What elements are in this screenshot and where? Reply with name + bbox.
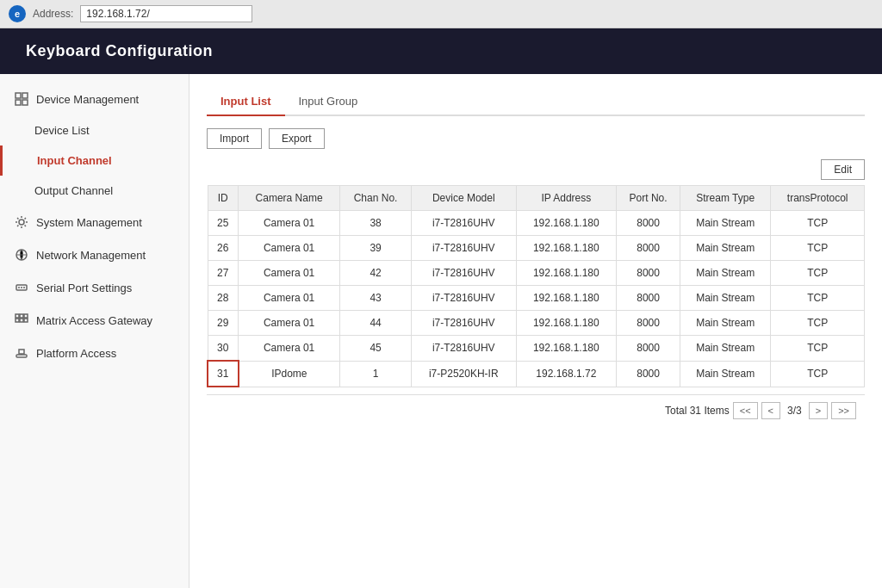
table-row[interactable]: 27Camera 0142i7-T2816UHV192.168.1.180800… (208, 261, 865, 286)
import-button[interactable]: Import (207, 128, 262, 149)
edit-row: Edit (207, 159, 865, 180)
sidebar-item-system-management-label: System Management (36, 216, 142, 229)
cell-ip_address: 192.168.1.72 (516, 361, 617, 387)
cell-camera_name: Camera 01 (239, 336, 340, 362)
cell-id: 28 (208, 286, 239, 311)
col-camera-name: Camera Name (239, 186, 340, 211)
svg-rect-13 (16, 319, 19, 322)
cell-device_model: i7-T2816UHV (411, 286, 516, 311)
app-title: Keyboard Configuration (26, 42, 213, 59)
svg-rect-2 (16, 100, 21, 105)
cell-id: 29 (208, 311, 239, 336)
address-bar[interactable]: 192.168.1.72/ (80, 5, 252, 22)
sidebar-item-output-channel-label: Output Channel (34, 184, 113, 197)
first-page-button[interactable]: << (733, 402, 758, 419)
cell-ip_address: 192.168.1.180 (516, 261, 617, 286)
cell-ip_address: 192.168.1.180 (516, 336, 617, 362)
svg-rect-12 (24, 314, 28, 318)
table-row[interactable]: 25Camera 0138i7-T2816UHV192.168.1.180800… (208, 211, 865, 236)
sidebar-item-system-management[interactable]: System Management (0, 206, 189, 238)
pagination-bar: Total 31 Items << < 3/3 > >> (207, 394, 865, 426)
col-ip-address: IP Address (516, 186, 617, 211)
cell-trans_protocol: TCP (771, 236, 865, 261)
browser-bar: e Address: 192.168.1.72/ (0, 0, 882, 28)
cell-port_no: 8000 (617, 236, 680, 261)
cell-trans_protocol: TCP (771, 361, 865, 387)
svg-rect-15 (24, 319, 28, 322)
globe-icon (14, 247, 29, 263)
cell-id: 31 (208, 361, 239, 387)
cell-device_model: i7-T2816UHV (411, 336, 516, 362)
cell-id: 30 (208, 336, 239, 362)
cell-stream_type: Main Stream (680, 286, 771, 311)
sidebar-item-device-management[interactable]: Device Management (0, 83, 189, 115)
svg-rect-1 (22, 93, 28, 98)
svg-rect-10 (16, 314, 19, 318)
svg-rect-3 (22, 100, 28, 105)
cell-stream_type: Main Stream (680, 236, 771, 261)
current-page: 3/3 (787, 405, 802, 417)
main-layout: Device Management Device List Input Chan… (0, 74, 882, 588)
sidebar-item-output-channel[interactable]: Output Channel (0, 176, 189, 206)
cell-device_model: i7-T2816UHV (411, 236, 516, 261)
app-header: Keyboard Configuration (0, 28, 882, 74)
cell-camera_name: Camera 01 (239, 286, 340, 311)
toolbar: Import Export (207, 128, 865, 149)
total-items: Total 31 Items (665, 405, 730, 417)
sidebar-item-serial-port-settings[interactable]: Serial Port Settings (0, 271, 189, 304)
sidebar-item-input-channel[interactable]: Input Channel (0, 145, 189, 176)
sidebar-item-network-management[interactable]: Network Management (0, 238, 189, 271)
grid-icon (14, 91, 29, 107)
sidebar-item-serial-port-settings-label: Serial Port Settings (36, 282, 132, 294)
col-chan-no: Chan No. (340, 186, 412, 211)
cell-chan_no: 39 (340, 236, 412, 261)
tab-input-list[interactable]: Input List (207, 88, 285, 116)
cell-trans_protocol: TCP (771, 311, 865, 336)
cell-trans_protocol: TCP (771, 261, 865, 286)
last-page-button[interactable]: >> (831, 402, 856, 419)
svg-rect-0 (16, 93, 21, 98)
cell-ip_address: 192.168.1.180 (516, 211, 617, 236)
col-device-model: Device Model (411, 186, 516, 211)
next-page-button[interactable]: > (809, 402, 828, 419)
table-row[interactable]: 30Camera 0145i7-T2816UHV192.168.1.180800… (208, 336, 865, 362)
table-row[interactable]: 31IPdome1i7-P2520KH-IR192.168.1.728000Ma… (208, 361, 865, 387)
cell-ip_address: 192.168.1.180 (516, 236, 617, 261)
cell-trans_protocol: TCP (771, 336, 865, 362)
cell-camera_name: IPdome (239, 361, 340, 387)
cell-chan_no: 42 (340, 261, 412, 286)
tab-input-group[interactable]: Input Group (285, 88, 372, 116)
sidebar-item-matrix-access-gateway[interactable]: Matrix Access Gateway (0, 304, 189, 337)
edit-button[interactable]: Edit (821, 159, 865, 180)
gear-icon (14, 214, 29, 230)
browser-icon: e (9, 5, 26, 22)
input-channel-table: ID Camera Name Chan No. Device Model IP … (207, 185, 865, 387)
svg-rect-16 (16, 355, 27, 357)
sidebar-item-network-management-label: Network Management (36, 249, 146, 262)
export-button[interactable]: Export (269, 128, 325, 149)
cell-camera_name: Camera 01 (239, 236, 340, 261)
sidebar-item-device-list[interactable]: Device List (0, 115, 189, 145)
cell-stream_type: Main Stream (680, 211, 771, 236)
sidebar: Device Management Device List Input Chan… (0, 74, 189, 588)
cell-ip_address: 192.168.1.180 (516, 286, 617, 311)
table-row[interactable]: 28Camera 0143i7-T2816UHV192.168.1.180800… (208, 286, 865, 311)
cell-port_no: 8000 (617, 336, 680, 362)
cell-device_model: i7-T2816UHV (411, 261, 516, 286)
cell-stream_type: Main Stream (680, 311, 771, 336)
prev-page-button[interactable]: < (761, 402, 780, 419)
sidebar-item-platform-access[interactable]: Platform Access (0, 337, 189, 369)
sidebar-item-device-list-label: Device List (34, 124, 90, 137)
matrix-icon (14, 313, 29, 328)
cell-chan_no: 1 (340, 361, 412, 387)
cell-port_no: 8000 (617, 361, 680, 387)
tab-bar: Input List Input Group (207, 88, 865, 116)
cell-stream_type: Main Stream (680, 361, 771, 387)
sidebar-item-device-management-label: Device Management (36, 93, 139, 106)
cell-stream_type: Main Stream (680, 261, 771, 286)
col-id: ID (208, 186, 239, 211)
content-area: Input List Input Group Import Export Edi… (189, 74, 882, 588)
table-row[interactable]: 29Camera 0144i7-T2816UHV192.168.1.180800… (208, 311, 865, 336)
table-row[interactable]: 26Camera 0139i7-T2816UHV192.168.1.180800… (208, 236, 865, 261)
platform-icon (14, 345, 29, 361)
